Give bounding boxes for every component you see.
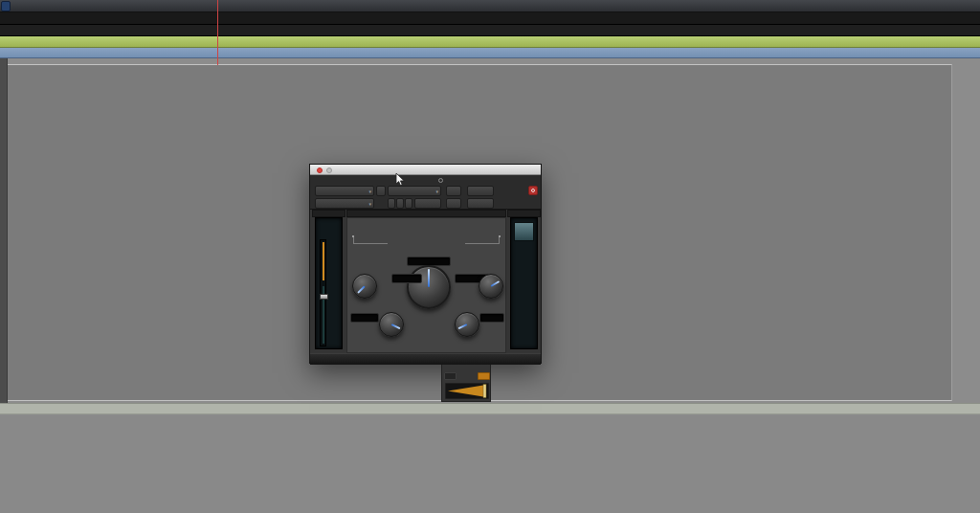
librarian-button[interactable] — [446, 186, 461, 196]
input-meter-panel — [315, 217, 343, 349]
mix-module — [441, 363, 491, 402]
input-meter-scale — [328, 237, 340, 345]
compare-button[interactable] — [414, 198, 441, 209]
native-button[interactable] — [467, 198, 494, 209]
diffusion-knob[interactable] — [379, 312, 404, 337]
lpfilter-value[interactable] — [479, 313, 504, 323]
hfcut-knob-pointer — [491, 280, 501, 287]
gain-slider-fill — [323, 242, 324, 280]
predelay-knob[interactable] — [352, 274, 377, 299]
wet-badge[interactable] — [478, 372, 490, 380]
output-meter-panel — [510, 217, 538, 349]
ruler-samples[interactable] — [0, 25, 980, 36]
target-ring-icon — [531, 189, 535, 192]
output-section-header — [507, 210, 541, 217]
plugin-selector[interactable] — [315, 198, 374, 209]
plugin-header — [310, 175, 541, 210]
next-preset-button[interactable] — [396, 198, 404, 209]
workspace-background — [0, 415, 980, 513]
predelay-value[interactable] — [391, 274, 422, 283]
ruler-bars[interactable] — [0, 0, 980, 12]
track-selector[interactable] — [315, 186, 374, 196]
safe-button[interactable] — [446, 198, 461, 209]
bracket-dot-right — [499, 235, 501, 237]
minimize-window-icon[interactable] — [326, 167, 332, 173]
lpfilter-knob-pointer — [458, 323, 468, 329]
lpfilter-knob[interactable] — [455, 312, 479, 337]
ruler-minsec[interactable] — [0, 12, 980, 25]
bracket-right — [465, 236, 500, 244]
prev-preset-button[interactable] — [388, 198, 395, 209]
save-preset-button[interactable] — [405, 198, 412, 209]
plugin-titlebar[interactable] — [310, 165, 541, 175]
dry-badge[interactable] — [444, 372, 457, 380]
diffusion-value[interactable] — [350, 313, 379, 323]
decay-knob-pointer — [428, 269, 430, 287]
close-window-icon[interactable] — [317, 167, 323, 173]
dverb-plugin-window[interactable] — [309, 164, 542, 364]
playhead[interactable] — [217, 0, 218, 65]
reverb-panel — [346, 217, 506, 353]
bracket-dot-left — [352, 235, 354, 237]
target-button[interactable] — [528, 186, 538, 195]
gain-slider-handle[interactable] — [320, 294, 328, 300]
reverb-section-header — [346, 210, 506, 217]
hfcut-knob[interactable] — [479, 274, 503, 299]
bypass-button[interactable] — [467, 186, 494, 196]
gain-slider[interactable] — [320, 239, 326, 346]
predelay-knob-pointer — [357, 285, 365, 293]
plugin-logo-bar — [310, 353, 541, 365]
tempo-ruler[interactable] — [0, 36, 980, 48]
bracket-left — [353, 236, 388, 244]
mouse-cursor — [395, 172, 407, 188]
decay-knob[interactable] — [407, 265, 451, 309]
diffusion-knob-pointer — [391, 323, 401, 329]
mix-slider-handle[interactable] — [483, 385, 486, 398]
mix-slider[interactable] — [445, 383, 489, 399]
settings-circle-icon[interactable] — [438, 178, 443, 183]
output-meter-scale — [518, 237, 529, 345]
input-section-header — [312, 210, 345, 217]
track-mini-button[interactable] — [376, 186, 386, 196]
timeline-grab-icon[interactable] — [1, 1, 11, 11]
